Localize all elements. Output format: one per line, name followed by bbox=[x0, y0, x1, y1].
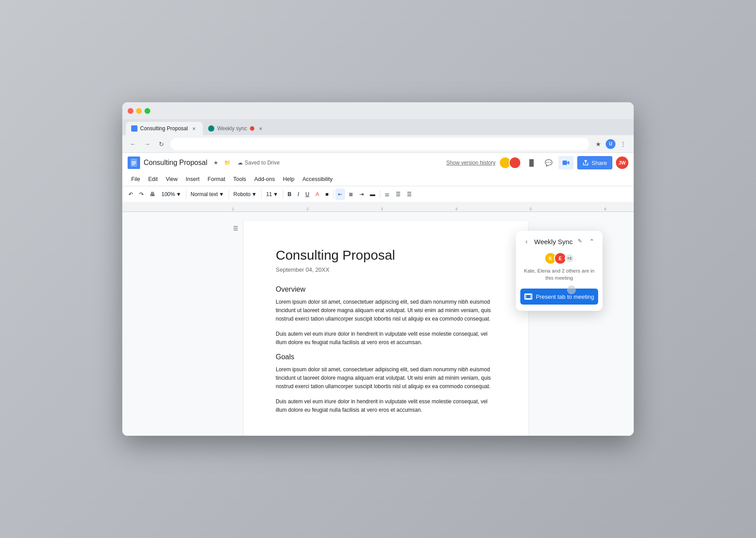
align-right-button[interactable]: ⇥ bbox=[357, 189, 366, 200]
tab-meet[interactable]: Weekly sync ✕ bbox=[203, 122, 269, 135]
bullet-list-button[interactable]: ☰ bbox=[393, 189, 403, 200]
address-bar-row: ← → ↻ ★ U ⋮ bbox=[122, 135, 634, 153]
tab-meet-close-button[interactable]: ✕ bbox=[257, 125, 264, 132]
collaborator-avatar-2 bbox=[509, 157, 521, 169]
meet-participant-avatars: K E +2 bbox=[516, 249, 603, 266]
present-tab-button-label: Present tab to meeting bbox=[536, 293, 594, 300]
align-center-button[interactable]: ≣ bbox=[346, 189, 356, 200]
minimize-window-button[interactable] bbox=[136, 108, 142, 114]
svg-rect-3 bbox=[132, 164, 135, 165]
document-title: Consulting Proposal bbox=[144, 159, 207, 167]
more-options-button[interactable]: ⋮ bbox=[618, 139, 628, 149]
menu-insert[interactable]: Insert bbox=[182, 174, 203, 185]
undo-button[interactable]: ↶ bbox=[126, 189, 136, 200]
version-history-link[interactable]: Show version history bbox=[446, 160, 496, 166]
collaborator-avatars bbox=[499, 157, 521, 169]
style-label: Normal text bbox=[191, 191, 218, 197]
underline-button[interactable]: U bbox=[303, 189, 312, 200]
menu-file[interactable]: File bbox=[128, 174, 144, 185]
menu-bar: File Edit View Insert Format Tools Add-o… bbox=[122, 173, 634, 186]
forward-button[interactable]: → bbox=[142, 139, 153, 149]
numbered-list-button[interactable]: ☰ bbox=[404, 189, 414, 200]
toolbar-separator-1 bbox=[186, 190, 186, 199]
line-spacing-button[interactable]: ⚌ bbox=[382, 189, 392, 200]
title-bar bbox=[122, 102, 634, 119]
docs-favicon-icon bbox=[131, 125, 137, 132]
print-button[interactable]: 🖶 bbox=[147, 189, 158, 200]
outline-icon[interactable]: ☰ bbox=[230, 223, 241, 233]
font-selector[interactable]: Roboto ▼ bbox=[231, 189, 260, 200]
move-to-folder-button[interactable]: 📁 bbox=[222, 158, 232, 168]
toolbar-separator-6 bbox=[380, 190, 380, 199]
section-1-title: Overview bbox=[276, 285, 496, 293]
meet-popup-back-button[interactable]: ‹ bbox=[521, 236, 532, 247]
maximize-window-button[interactable] bbox=[145, 108, 150, 114]
ruler-content: 1 2 3 4 5 6 bbox=[211, 202, 625, 211]
bold-icon: B bbox=[288, 191, 292, 197]
tab-docs-close-button[interactable]: ✕ bbox=[190, 125, 197, 132]
address-bar[interactable] bbox=[170, 138, 589, 150]
menu-edit[interactable]: Edit bbox=[145, 174, 161, 185]
section-1-para-2: Duis autem vel eum iriure dolor in hendr… bbox=[276, 330, 496, 347]
highlight-button[interactable]: ■ bbox=[322, 189, 331, 200]
meet-popup-collapse-button[interactable]: ⌃ bbox=[587, 236, 597, 247]
document-title-actions: ★ 📁 bbox=[211, 158, 232, 168]
bold-button[interactable]: B bbox=[285, 189, 294, 200]
formatting-toolbar: ↶ ↷ 🖶 100% ▼ Normal text ▼ Roboto bbox=[122, 186, 634, 202]
align-justify-button[interactable]: ▬ bbox=[367, 189, 378, 200]
zoom-button[interactable]: 100% ▼ bbox=[159, 189, 184, 200]
zoom-label: 100% bbox=[161, 191, 175, 197]
docs-title-row: Consulting Proposal ★ 📁 ☁ Saved to Drive… bbox=[122, 153, 634, 173]
refresh-button[interactable]: ↻ bbox=[156, 139, 167, 149]
user-avatar-jw[interactable]: JW bbox=[616, 157, 628, 169]
docs-app-icon bbox=[128, 157, 140, 169]
share-button[interactable]: Share bbox=[577, 156, 612, 169]
present-icon bbox=[524, 293, 532, 300]
share-button-label: Share bbox=[591, 160, 607, 166]
ruler-mark-4: 4 bbox=[455, 207, 458, 211]
close-window-button[interactable] bbox=[128, 108, 133, 114]
text-color-icon: A bbox=[315, 191, 319, 197]
section-2-para-2: Duis autem vel eum iriure dolor in hendr… bbox=[276, 397, 496, 414]
align-left-button[interactable]: ⇤ bbox=[335, 189, 345, 200]
section-2-para-1: Lorem ipsum dolor sit amet, consectetuer… bbox=[276, 365, 496, 391]
comments-button[interactable]: 💬 bbox=[542, 156, 555, 169]
user-initials: JW bbox=[619, 160, 626, 165]
meet-button[interactable] bbox=[559, 156, 574, 169]
font-size-selector[interactable]: 11 ▼ bbox=[263, 189, 281, 200]
profile-button[interactable]: U bbox=[605, 139, 616, 149]
saved-badge-text: Saved to Drive bbox=[245, 160, 280, 166]
docs-header: Consulting Proposal ★ 📁 ☁ Saved to Drive… bbox=[122, 153, 634, 212]
menu-help[interactable]: Help bbox=[279, 174, 298, 185]
ruler-mark-2: 2 bbox=[306, 207, 309, 211]
star-button[interactable]: ★ bbox=[211, 158, 221, 168]
redo-button[interactable]: ↷ bbox=[137, 189, 146, 200]
desktop-background: Consulting Proposal ✕ Weekly sync ✕ ← → … bbox=[0, 0, 756, 538]
tabs-bar: Consulting Proposal ✕ Weekly sync ✕ bbox=[122, 119, 634, 135]
menu-addons[interactable]: Add-ons bbox=[251, 174, 279, 185]
document-page[interactable]: Consulting Proposal September 04, 20XX O… bbox=[244, 221, 528, 436]
toolbar-separator-4 bbox=[283, 190, 283, 199]
meet-avatar-count: +2 bbox=[565, 253, 575, 263]
meet-popup-edit-button[interactable]: ✎ bbox=[575, 236, 585, 246]
present-tab-button[interactable]: Present tab to meeting bbox=[520, 289, 598, 305]
cloud-icon: ☁ bbox=[237, 160, 243, 166]
menu-format[interactable]: Format bbox=[204, 174, 229, 185]
italic-button[interactable]: I bbox=[295, 189, 302, 200]
menu-view[interactable]: View bbox=[162, 174, 181, 185]
traffic-lights bbox=[128, 108, 150, 114]
meet-favicon-icon bbox=[208, 125, 214, 132]
ruler: 1 2 3 4 5 6 bbox=[122, 202, 634, 212]
analytics-button[interactable]: █ bbox=[525, 156, 538, 169]
menu-accessibility[interactable]: Accessibility bbox=[299, 174, 336, 185]
toolbar-separator-2 bbox=[229, 190, 229, 199]
tab-docs[interactable]: Consulting Proposal ✕ bbox=[126, 122, 203, 135]
bookmark-button[interactable]: ★ bbox=[593, 139, 603, 149]
font-size-chevron-icon: ▼ bbox=[273, 191, 278, 197]
style-selector[interactable]: Normal text ▼ bbox=[188, 189, 227, 200]
zoom-chevron-icon: ▼ bbox=[176, 191, 181, 197]
meet-participants-text: Kate, Elena and 2 others are in this mee… bbox=[516, 266, 603, 287]
back-button[interactable]: ← bbox=[128, 139, 138, 149]
menu-tools[interactable]: Tools bbox=[229, 174, 249, 185]
text-color-button[interactable]: A bbox=[313, 189, 322, 200]
